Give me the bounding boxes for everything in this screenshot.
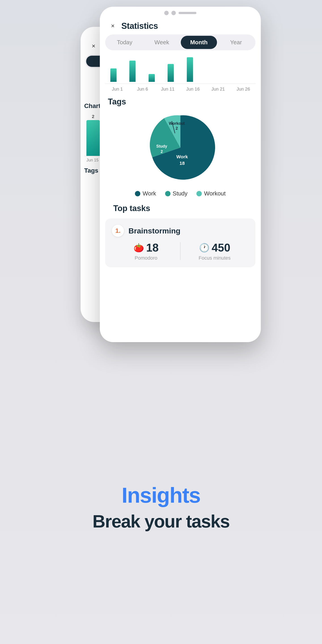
pie-label-study-val: 2 (160, 149, 163, 154)
legend-label-workout: Workout (204, 190, 226, 197)
task-pomodoro-stat: 🍅 18 Pomodoro (112, 241, 180, 261)
bar-rect-jun11a (148, 74, 155, 82)
insights-subtext: Break your tasks (9, 511, 313, 532)
pie-section: Work 18 Study 2 Workout 2 (100, 112, 261, 197)
legend-dot-work (135, 191, 140, 196)
pomodoro-icon: 🍅 (134, 243, 144, 253)
bar-jun11a (143, 74, 160, 82)
legend-study: Study (165, 190, 188, 197)
focus-minutes: 450 (212, 241, 230, 254)
front-close-button[interactable]: × (108, 21, 118, 31)
legend-dot-workout (196, 191, 202, 196)
legend-work: Work (135, 190, 156, 197)
bar-jun11b (162, 64, 179, 82)
top-tasks-section: Top tasks 1. Brainstorming 🍅 18 Pomodoro (100, 204, 261, 267)
back-bar-count-1: 2 (92, 114, 94, 119)
bar-label-jun16: Jun 16 (182, 86, 204, 92)
phones-section: × Statisti Today W 18 19 20 25 26 27 (0, 0, 322, 470)
bar-label-jun6: Jun 6 (131, 86, 154, 92)
pomodoro-label: Pomodoro (134, 255, 158, 261)
pie-label-work: Work (176, 154, 188, 159)
tab-year[interactable]: Year (218, 36, 254, 49)
bar-jun11c (182, 57, 198, 82)
phone-front: × Statistics Today Week Month Year (100, 7, 261, 342)
task-card-1: 1. Brainstorming 🍅 18 Pomodoro (105, 218, 255, 267)
bar-rect-jun11b (168, 64, 174, 82)
legend-workout: Workout (196, 190, 226, 197)
bottom-section: Insights Break your tasks (0, 470, 322, 550)
tags-section-title: Tags (100, 97, 261, 106)
task-pomodoro-value-row: 🍅 18 (134, 241, 159, 254)
task-focus-stat: 🕐 450 Focus minutes (180, 241, 249, 261)
pie-label-workout-val: 2 (176, 126, 178, 130)
top-tasks-title: Top tasks (105, 204, 255, 213)
legend-dot-study (165, 191, 170, 196)
bar-chart (105, 55, 255, 84)
insights-headline: Insights (9, 483, 313, 508)
pie-chart-svg: Work 18 Study 2 Workout 2 (144, 112, 216, 183)
bar-chart-area: Jun 1 Jun 6 Jun 11 Jun 16 Jun 21 Jun 26 (100, 55, 261, 92)
legend-label-study: Study (173, 190, 188, 197)
back-bar-group-1: 2 (86, 114, 100, 156)
pie-legend: Work Study Workout (135, 190, 226, 197)
back-close-button[interactable]: × (88, 41, 98, 51)
bar-rect-jun11c (187, 57, 193, 82)
task-rank: 1. (112, 225, 124, 237)
pie-label-study: Study (156, 144, 167, 148)
bar-rect-jun6 (130, 60, 136, 82)
front-notch-circle1 (164, 11, 168, 15)
front-notch-circle2 (171, 11, 176, 15)
bar-jun1 (105, 68, 122, 82)
bar-label-jun1: Jun 1 (106, 86, 128, 92)
task-focus-value-row: 🕐 450 (199, 241, 230, 254)
pie-label-work-val: 18 (180, 160, 185, 166)
bar-label-jun11: Jun 11 (156, 86, 179, 92)
pie-label-workout: Workout (169, 121, 185, 126)
bar-label-jun26: Jun 26 (232, 86, 255, 92)
bar-label-jun21: Jun 21 (207, 86, 230, 92)
task-rank-row: 1. Brainstorming (112, 225, 249, 237)
front-phone-title: Statistics (121, 21, 158, 31)
bar-labels: Jun 1 Jun 6 Jun 11 Jun 16 Jun 21 Jun 26 (105, 86, 255, 92)
tab-bar: Today Week Month Year (105, 34, 255, 50)
task-stats: 🍅 18 Pomodoro 🕐 450 Focus minutes (112, 241, 249, 261)
front-notch-pill (178, 12, 196, 14)
tab-today[interactable]: Today (106, 36, 143, 49)
legend-label-work: Work (143, 190, 156, 197)
clock-icon: 🕐 (199, 243, 210, 253)
front-phone-header: × Statistics (100, 18, 261, 34)
task-name: Brainstorming (128, 226, 180, 235)
back-bar-1 (86, 120, 100, 156)
focus-label: Focus minutes (198, 255, 230, 261)
tab-week[interactable]: Week (144, 36, 180, 49)
pie-chart-container: Work 18 Study 2 Workout 2 (144, 112, 216, 183)
front-phone-notch (100, 7, 261, 18)
tab-month[interactable]: Month (181, 36, 217, 49)
bar-jun6 (124, 60, 141, 82)
bar-rect-jun1 (110, 68, 116, 82)
pomodoro-count: 18 (146, 241, 159, 254)
back-bar-lbl-1: Jun 15 (86, 158, 98, 162)
